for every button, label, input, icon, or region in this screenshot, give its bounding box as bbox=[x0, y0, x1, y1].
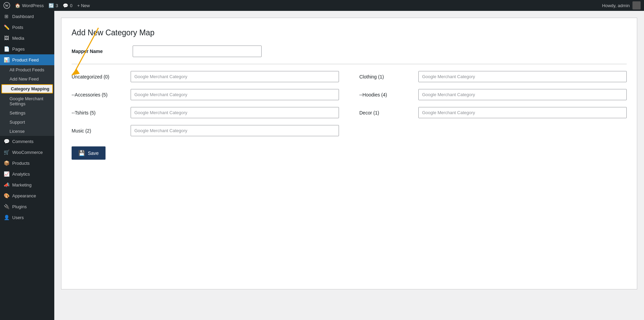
sidebar-label-dashboard: Dashboard bbox=[12, 14, 34, 19]
howdy-text: Howdy, admin bbox=[602, 3, 630, 8]
input-uncategorized[interactable] bbox=[131, 71, 339, 82]
mapping-row-decor: Decor (1) bbox=[359, 107, 627, 118]
product-feed-submenu: All Product Feeds Add New Feed Category … bbox=[0, 65, 54, 136]
category-mapping-grid: Uncategorized (0) Clothing (1) --Accesso… bbox=[72, 71, 627, 136]
sidebar-item-analytics[interactable]: 📈 Analytics bbox=[0, 168, 54, 179]
woocommerce-icon: 🛒 bbox=[3, 149, 10, 155]
sidebar-label-products: Products bbox=[12, 161, 30, 166]
sidebar-label-comments: Comments bbox=[12, 139, 34, 144]
sidebar-label-pages: Pages bbox=[12, 47, 25, 52]
home-icon: 🏠 bbox=[15, 3, 20, 8]
sidebar-label-woocommerce: WooCommerce bbox=[12, 150, 43, 155]
mapping-row-music: Music (2) bbox=[72, 125, 339, 136]
input-accessories[interactable] bbox=[131, 89, 339, 100]
new-label: + New bbox=[77, 3, 90, 8]
label-hoodies: --Hoodies (4) bbox=[359, 92, 414, 97]
sidebar-label-product-feed: Product Feed bbox=[12, 57, 39, 63]
products-icon: 📦 bbox=[3, 160, 10, 166]
input-tshirts[interactable] bbox=[131, 107, 339, 118]
sidebar-item-appearance[interactable]: 🎨 Appearance bbox=[0, 190, 54, 201]
wp-logo-item[interactable]: W bbox=[3, 2, 10, 9]
empty-cell bbox=[359, 125, 627, 136]
save-button[interactable]: 💾 Save bbox=[72, 146, 106, 160]
main-content: Add New Category Map Mapper Name Uncateg… bbox=[54, 11, 644, 320]
input-decor[interactable] bbox=[418, 107, 627, 118]
section-divider bbox=[72, 64, 627, 64]
sidebar-submenu-license[interactable]: License bbox=[0, 127, 54, 136]
save-icon: 💾 bbox=[78, 150, 85, 156]
input-music[interactable] bbox=[131, 125, 339, 136]
mapper-name-input[interactable] bbox=[133, 46, 262, 57]
product-feed-icon: 📊 bbox=[3, 57, 10, 63]
updates-item[interactable]: 🔄 3 bbox=[49, 3, 58, 8]
new-item[interactable]: + New bbox=[77, 3, 90, 8]
updates-icon: 🔄 bbox=[49, 3, 54, 8]
sidebar-item-comments[interactable]: 💬 Comments bbox=[0, 136, 54, 147]
sidebar-submenu-all-feeds[interactable]: All Product Feeds bbox=[0, 65, 54, 74]
media-icon: 🖼 bbox=[3, 35, 10, 41]
sidebar: ⊞ Dashboard ✏️ Posts 🖼 Media 📄 Pages 📊 P… bbox=[0, 11, 54, 320]
mapping-row-hoodies: --Hoodies (4) bbox=[359, 89, 627, 100]
mapping-row-clothing: Clothing (1) bbox=[359, 71, 627, 82]
marketing-icon: 📣 bbox=[3, 182, 10, 188]
pages-icon: 📄 bbox=[3, 46, 10, 52]
users-icon: 👤 bbox=[3, 215, 10, 220]
sidebar-item-users[interactable]: 👤 Users bbox=[0, 212, 54, 223]
sidebar-item-plugins[interactable]: 🔌 Plugins bbox=[0, 201, 54, 212]
admin-bar-right: Howdy, admin bbox=[602, 1, 641, 10]
label-accessories: --Accessories (5) bbox=[72, 92, 126, 97]
sidebar-submenu-settings[interactable]: Settings bbox=[0, 108, 54, 118]
label-decor: Decor (1) bbox=[359, 110, 414, 115]
updates-count: 3 bbox=[56, 3, 58, 8]
sidebar-label-marketing: Marketing bbox=[12, 182, 32, 188]
label-music: Music (2) bbox=[72, 128, 126, 134]
svg-text:W: W bbox=[5, 4, 8, 7]
comments-item[interactable]: 💬 0 bbox=[63, 3, 72, 8]
sidebar-label-media: Media bbox=[12, 36, 24, 41]
sidebar-submenu-add-new[interactable]: Add New Feed bbox=[0, 74, 54, 84]
sidebar-item-pages[interactable]: 📄 Pages bbox=[0, 43, 54, 54]
page-title: Add New Category Map bbox=[72, 28, 627, 37]
appearance-icon: 🎨 bbox=[3, 193, 10, 198]
sidebar-item-woocommerce[interactable]: 🛒 WooCommerce bbox=[0, 147, 54, 158]
input-clothing[interactable] bbox=[418, 71, 627, 82]
sidebar-label-plugins: Plugins bbox=[12, 204, 27, 209]
sidebar-submenu-category-mapping[interactable]: Category Mapping bbox=[1, 84, 53, 93]
plugins-icon: 🔌 bbox=[3, 204, 10, 209]
comments-sidebar-icon: 💬 bbox=[3, 139, 10, 144]
mapping-row-accessories: --Accessories (5) bbox=[72, 89, 339, 100]
sidebar-submenu-gm-settings[interactable]: Google Merchant Settings bbox=[0, 94, 54, 108]
sidebar-item-products[interactable]: 📦 Products bbox=[0, 158, 54, 168]
avatar bbox=[632, 1, 641, 10]
sidebar-label-analytics: Analytics bbox=[12, 172, 30, 177]
posts-icon: ✏️ bbox=[3, 24, 10, 30]
label-tshirts: --Tshirts (5) bbox=[72, 110, 126, 115]
dashboard-icon: ⊞ bbox=[3, 14, 10, 19]
sidebar-item-product-feed[interactable]: 📊 Product Feed bbox=[0, 54, 54, 65]
admin-bar: W 🏠 WordPress 🔄 3 💬 0 + New Howdy, admin bbox=[0, 0, 644, 11]
sidebar-item-dashboard[interactable]: ⊞ Dashboard bbox=[0, 11, 54, 22]
sidebar-label-appearance: Appearance bbox=[12, 193, 36, 198]
mapper-name-label: Mapper Name bbox=[72, 49, 126, 54]
site-name: WordPress bbox=[22, 3, 44, 8]
sidebar-label-users: Users bbox=[12, 215, 24, 220]
mapping-row-tshirts: --Tshirts (5) bbox=[72, 107, 339, 118]
content-area: Add New Category Map Mapper Name Uncateg… bbox=[61, 18, 637, 289]
site-name-item[interactable]: 🏠 WordPress bbox=[15, 3, 44, 8]
sidebar-item-marketing[interactable]: 📣 Marketing bbox=[0, 179, 54, 190]
analytics-icon: 📈 bbox=[3, 171, 10, 177]
comments-count: 0 bbox=[70, 3, 72, 8]
wp-logo-icon: W bbox=[3, 2, 10, 9]
save-label: Save bbox=[88, 150, 99, 156]
mapping-row-uncategorized: Uncategorized (0) bbox=[72, 71, 339, 82]
label-uncategorized: Uncategorized (0) bbox=[72, 74, 126, 79]
label-clothing: Clothing (1) bbox=[359, 74, 414, 79]
sidebar-submenu-support[interactable]: Support bbox=[0, 118, 54, 127]
sidebar-item-posts[interactable]: ✏️ Posts bbox=[0, 22, 54, 33]
comments-icon: 💬 bbox=[63, 3, 68, 8]
input-hoodies[interactable] bbox=[418, 89, 627, 100]
sidebar-item-media[interactable]: 🖼 Media bbox=[0, 33, 54, 43]
sidebar-label-posts: Posts bbox=[12, 25, 23, 30]
mapper-name-row: Mapper Name bbox=[72, 46, 627, 57]
